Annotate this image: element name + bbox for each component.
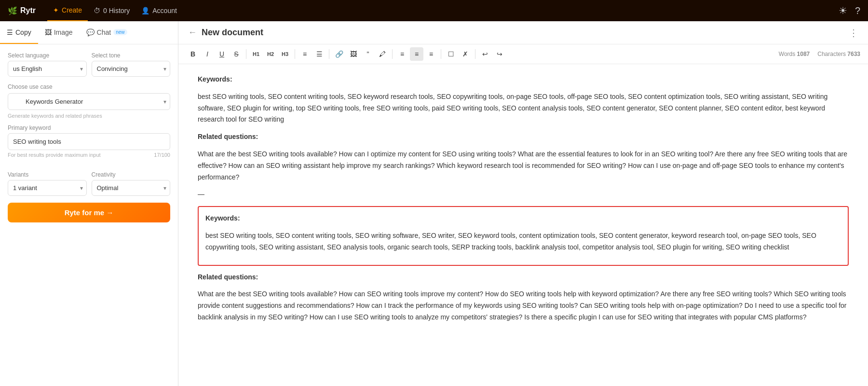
align-right-button[interactable]: ≡ xyxy=(424,47,438,61)
keywords-label-2: Keywords: xyxy=(205,213,841,224)
chat-icon: 💬 xyxy=(86,28,95,36)
keywords-label-1: Keywords: xyxy=(198,74,849,85)
create-icon: ✦ xyxy=(53,6,59,14)
undo-button[interactable]: ↩ xyxy=(478,47,492,61)
doc-header: ← New document ⋮ xyxy=(178,21,868,44)
document-title: New document xyxy=(202,28,849,38)
quote-button[interactable]: " xyxy=(361,47,375,61)
language-select[interactable]: us English xyxy=(8,61,87,77)
logo-text: Rytr xyxy=(20,6,36,15)
highlighted-keywords-block: Keywords: best SEO writing tools, SEO co… xyxy=(198,206,849,265)
creativity-col: Creativity Optimal xyxy=(92,171,171,196)
image-button[interactable]: 🖼 xyxy=(347,47,360,61)
underline-button[interactable]: U xyxy=(215,47,229,61)
related-label-1: Related questions: xyxy=(198,131,849,143)
editor-content[interactable]: Keywords: best SEO writing tools, SEO co… xyxy=(178,64,868,386)
keyword-input-wrapper xyxy=(8,133,170,150)
sidebar-form: Select language us English Select tone C… xyxy=(0,44,178,386)
word-count: Words 1087 xyxy=(779,51,810,57)
copy-icon: ☰ xyxy=(7,28,13,36)
sidebar-tabs: ☰ Copy 🖼 Image 💬 Chat new xyxy=(0,21,178,44)
language-tone-row: Select language us English Select tone C… xyxy=(8,52,170,77)
nav-right-icons: ☀ ? xyxy=(839,5,860,16)
nav-account[interactable]: 👤 Account xyxy=(136,0,183,21)
related-label-2: Related questions: xyxy=(198,272,849,283)
highlight-button[interactable]: 🖍 xyxy=(376,47,389,61)
related-text-1: What are the best SEO writing tools avai… xyxy=(198,149,849,183)
use-case-select[interactable]: Keywords Generator xyxy=(8,93,170,110)
logo-icon: 🌿 xyxy=(8,6,17,15)
creativity-select-wrapper: Optimal xyxy=(92,180,171,196)
italic-button[interactable]: I xyxy=(201,47,214,61)
nav-history[interactable]: ⏱ 0 History xyxy=(88,0,136,21)
char-count-stat: Characters 7633 xyxy=(817,51,860,57)
history-icon: ⏱ xyxy=(94,7,100,14)
bold-button[interactable]: B xyxy=(186,47,200,61)
clear-format-button[interactable]: ✗ xyxy=(459,47,472,61)
use-case-helper: Generate keywords and related phrases xyxy=(8,113,170,119)
doc-more-menu[interactable]: ⋮ xyxy=(849,27,858,39)
ryte-for-me-button[interactable]: Ryte for me → xyxy=(8,203,170,222)
keywords-text-1: best SEO writing tools, SEO content writ… xyxy=(198,91,849,125)
top-navigation: 🌿 Rytr ✦ Create ⏱ 0 History 👤 Account ☀ … xyxy=(0,0,868,21)
variants-select-wrapper: 1 variant xyxy=(8,180,87,196)
use-case-label: Choose use case xyxy=(8,83,170,90)
primary-keyword-input[interactable] xyxy=(8,133,170,150)
h3-button[interactable]: H3 xyxy=(278,47,292,61)
editor-toolbar: B I U S H1 H2 H3 ≡ ☰ 🔗 🖼 " 🖍 ≡ ≡ ≡ ☐ ✗ ↩ xyxy=(178,44,868,64)
tone-select[interactable]: Convincing xyxy=(92,61,171,77)
use-case-wrapper: 🔑 Keywords Generator xyxy=(8,93,170,110)
related-text-2: What are the best SEO writing tools avai… xyxy=(198,289,849,323)
sidebar: ☰ Copy 🖼 Image 💬 Chat new Select languag… xyxy=(0,21,178,386)
tone-select-wrapper: Convincing xyxy=(92,61,171,77)
creativity-label: Creativity xyxy=(92,171,171,178)
toolbar-sep-2 xyxy=(295,49,295,59)
theme-toggle-icon[interactable]: ☀ xyxy=(839,5,847,16)
tone-col: Select tone Convincing xyxy=(92,52,171,77)
language-label: Select language xyxy=(8,52,87,59)
toolbar-sep-3 xyxy=(329,49,329,59)
creativity-select[interactable]: Optimal xyxy=(92,180,171,196)
link-button[interactable]: 🔗 xyxy=(332,47,346,61)
strikethrough-button[interactable]: S xyxy=(230,47,243,61)
main-layout: ☰ Copy 🖼 Image 💬 Chat new Select languag… xyxy=(0,21,868,386)
content-area: ← New document ⋮ B I U S H1 H2 H3 ≡ ☰ 🔗 … xyxy=(178,21,868,386)
toolbar-sep-5 xyxy=(441,49,441,59)
table-button[interactable]: ☐ xyxy=(444,47,458,61)
image-icon: 🖼 xyxy=(45,28,52,36)
tab-image[interactable]: 🖼 Image xyxy=(38,21,80,44)
help-icon[interactable]: ? xyxy=(855,5,860,16)
char-count: 17/100 xyxy=(154,152,170,158)
divider: — xyxy=(198,189,849,200)
tone-label: Select tone xyxy=(92,52,171,59)
back-button[interactable]: ← xyxy=(188,28,197,38)
align-left-button[interactable]: ≡ xyxy=(395,47,409,61)
primary-keyword-label: Primary keyword xyxy=(8,124,170,131)
toolbar-sep-6 xyxy=(475,49,475,59)
variants-col: Variants 1 variant xyxy=(8,171,87,196)
language-col: Select language us English xyxy=(8,52,87,77)
keywords-text-2: best SEO writing tools, SEO content writ… xyxy=(205,230,841,253)
unordered-list-button[interactable]: ≡ xyxy=(298,47,312,61)
h1-button[interactable]: H1 xyxy=(249,47,263,61)
toolbar-stats: Words 1087 Characters 7633 xyxy=(779,51,860,57)
variants-select[interactable]: 1 variant xyxy=(8,180,87,196)
language-select-wrapper: us English xyxy=(8,61,87,77)
chat-new-badge: new xyxy=(113,29,127,35)
toolbar-sep-4 xyxy=(392,49,393,59)
toolbar-sep-1 xyxy=(246,49,246,59)
align-center-button[interactable]: ≡ xyxy=(410,47,423,61)
logo[interactable]: 🌿 Rytr xyxy=(8,6,36,15)
tab-copy[interactable]: ☰ Copy xyxy=(0,21,38,44)
redo-button[interactable]: ↪ xyxy=(493,47,506,61)
variants-label: Variants xyxy=(8,171,87,178)
account-icon: 👤 xyxy=(141,7,149,14)
h2-button[interactable]: H2 xyxy=(264,47,277,61)
variants-creativity-row: Variants 1 variant Creativity Optimal xyxy=(8,171,170,196)
ordered-list-button[interactable]: ☰ xyxy=(312,47,326,61)
tab-chat[interactable]: 💬 Chat new xyxy=(80,21,134,44)
keyword-hint: For best results provide maximum input xyxy=(8,152,101,165)
nav-create[interactable]: ✦ Create xyxy=(47,0,88,21)
